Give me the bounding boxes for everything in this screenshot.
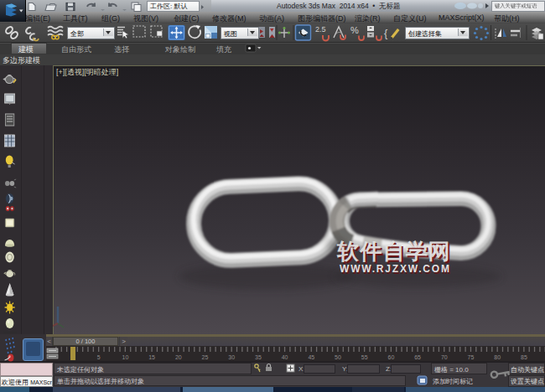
svg-text:10: 10: [122, 354, 129, 360]
svg-text:40: 40: [282, 354, 288, 360]
svg-text:{: {: [384, 27, 388, 39]
svg-text:15: 15: [148, 354, 155, 360]
svg-text:5: 5: [97, 354, 101, 360]
svg-text:2.5: 2.5: [315, 25, 326, 34]
svg-text:60: 60: [388, 354, 395, 360]
svg-text:%: %: [350, 25, 359, 35]
svg-text:55: 55: [361, 354, 368, 360]
svg-text:70: 70: [441, 354, 448, 360]
svg-text:25: 25: [202, 354, 209, 360]
svg-text:65: 65: [414, 354, 421, 360]
svg-text:35: 35: [255, 354, 262, 360]
svg-text:20: 20: [175, 354, 182, 360]
svg-text:85: 85: [521, 354, 527, 360]
svg-text:80: 80: [494, 354, 501, 360]
svg-text:50: 50: [335, 354, 341, 360]
svg-text:75: 75: [468, 354, 475, 360]
svg-text:30: 30: [228, 354, 235, 360]
svg-text:45: 45: [308, 354, 314, 360]
